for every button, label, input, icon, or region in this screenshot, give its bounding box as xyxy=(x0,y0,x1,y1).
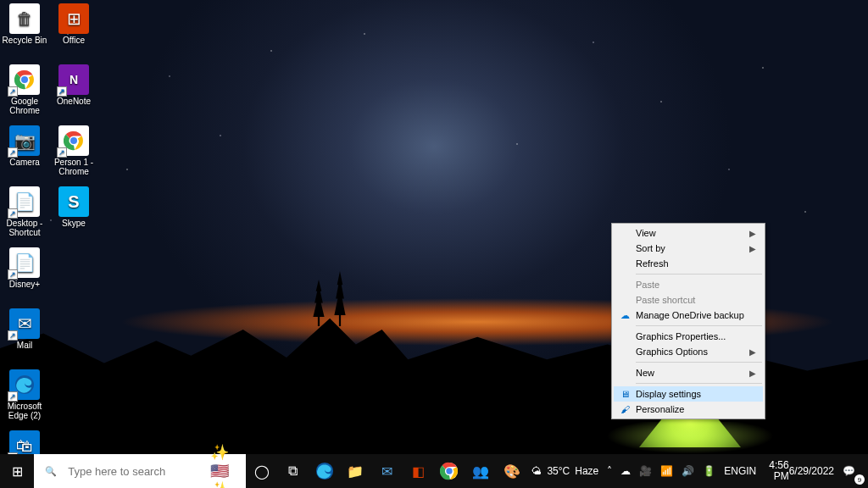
weather-widget[interactable]: 🌤 35°C Haze xyxy=(527,454,603,488)
shortcut-overlay-icon: ↗ xyxy=(8,147,18,158)
lang-secondary: IN xyxy=(746,466,756,477)
teams-icon: 👥 xyxy=(472,463,489,480)
onenote-icon: N↗ xyxy=(58,64,89,95)
desktop-context-menu: View▶ Sort by▶ Refresh Paste Paste short… xyxy=(611,223,765,419)
office-icon: ⊞ xyxy=(58,3,89,34)
tray-overflow[interactable]: ˄ xyxy=(603,454,616,488)
edge-icon: ↗ xyxy=(9,369,40,400)
chrome-icon xyxy=(440,462,459,480)
paint-icon: 🎨 xyxy=(504,463,520,480)
menu-label: Manage OneDrive backup xyxy=(636,310,744,320)
icon-desktop-shortcut[interactable]: 📄↗ Desktop - Shortcut xyxy=(2,185,47,244)
tray-action-center[interactable]: 💬 9 xyxy=(838,454,868,488)
tray-battery[interactable]: 🔋 xyxy=(698,454,720,488)
battery-icon: 🔋 xyxy=(703,465,715,477)
menu-label: Refresh xyxy=(636,258,669,269)
shortcut-overlay-icon: ↗ xyxy=(8,330,18,341)
taskbar-app-explorer[interactable]: 📁 xyxy=(340,454,371,488)
weather-text: Haze xyxy=(575,465,598,477)
taskbar-app-mail[interactable]: ✉ xyxy=(371,454,403,488)
icon-label: Recycle Bin xyxy=(3,36,47,45)
svg-point-7 xyxy=(446,468,452,474)
shortcut-overlay-icon: ↗ xyxy=(57,86,67,97)
icon-skype[interactable]: S Skype xyxy=(51,185,97,244)
submenu-arrow-icon: ▶ xyxy=(749,244,756,253)
mail-icon: ✉ xyxy=(381,463,392,480)
taskbar-search[interactable]: 🔍 ✨🇺🇸✨ xyxy=(34,454,246,488)
menu-sort-by[interactable]: Sort by▶ xyxy=(614,241,763,256)
taskbar-app-paint[interactable]: 🎨 xyxy=(497,454,528,488)
menu-new[interactable]: New▶ xyxy=(614,365,763,380)
icon-disney[interactable]: 📄↗ Disney+ xyxy=(2,246,47,305)
menu-graphics-options[interactable]: Graphics Options▶ xyxy=(614,344,763,359)
windows-logo-icon: ⊞ xyxy=(12,463,23,480)
icon-onenote[interactable]: N↗ OneNote xyxy=(51,63,97,122)
system-tray: 🌤 35°C Haze ˄ ☁ 🎥 📶 🔊 🔋 ENG IN 4:56 PM 6… xyxy=(527,454,868,488)
search-input[interactable] xyxy=(68,465,210,478)
menu-label: New xyxy=(636,368,654,378)
icon-edge-2[interactable]: ↗ Microsoft Edge (2) xyxy=(2,368,47,427)
icon-recycle-bin[interactable]: 🗑 Recycle Bin xyxy=(2,2,47,61)
desktop[interactable]: 🗑 Recycle Bin ⊞ Office ↗ Google Chrome N… xyxy=(0,0,868,488)
meet-now-icon: 🎥 xyxy=(639,465,652,477)
file-icon: 📄↗ xyxy=(9,186,40,217)
file-icon: 📄↗ xyxy=(9,247,40,278)
onedrive-icon: ☁ xyxy=(620,465,631,477)
menu-onedrive-backup[interactable]: ☁Manage OneDrive backup xyxy=(614,308,763,323)
clock-time: 4:56 PM xyxy=(765,460,788,482)
menu-label: View xyxy=(636,228,656,238)
notification-icon: 💬 xyxy=(843,465,855,477)
search-icon: 🔍 xyxy=(34,466,68,477)
personalize-icon: 🖌 xyxy=(618,402,632,416)
taskbar-app-chrome[interactable] xyxy=(434,454,465,488)
menu-paste: Paste xyxy=(614,277,763,292)
menu-label: Personalize xyxy=(636,404,684,414)
volume-icon: 🔊 xyxy=(682,465,694,477)
start-button[interactable]: ⊞ xyxy=(0,454,34,488)
icon-label: Microsoft Edge (2) xyxy=(2,402,47,420)
icon-label: Skype xyxy=(62,219,86,228)
menu-display-settings[interactable]: 🖥Display settings xyxy=(614,386,763,402)
menu-label: Sort by xyxy=(636,243,665,253)
shortcut-overlay-icon: ↗ xyxy=(8,208,18,219)
icon-mail[interactable]: ✉↗ Mail xyxy=(2,307,47,366)
icon-office[interactable]: ⊞ Office xyxy=(51,2,97,61)
shortcut-overlay-icon: ↗ xyxy=(57,147,67,158)
taskbar-app-office[interactable]: ◧ xyxy=(403,454,434,488)
tray-meet-now[interactable]: 🎥 xyxy=(635,454,656,488)
camera-icon: 📷↗ xyxy=(9,125,40,156)
menu-personalize[interactable]: 🖌Personalize xyxy=(614,402,763,417)
tray-volume[interactable]: 🔊 xyxy=(677,454,698,488)
weather-icon: 🌤 xyxy=(531,465,542,477)
office-icon: ◧ xyxy=(412,463,425,480)
svg-point-3 xyxy=(70,137,77,144)
task-view-button[interactable]: ⧉ xyxy=(277,454,309,488)
tray-network[interactable]: 📶 xyxy=(656,454,677,488)
taskbar-app-edge[interactable] xyxy=(309,454,340,488)
icon-camera[interactable]: 📷↗ Camera xyxy=(2,124,47,183)
submenu-arrow-icon: ▶ xyxy=(749,369,756,378)
icon-label: Desktop - Shortcut xyxy=(2,219,47,237)
icon-label: Person 1 - Chrome xyxy=(51,158,97,176)
taskbar-app-teams[interactable]: 👥 xyxy=(465,454,497,488)
icon-label: Disney+ xyxy=(9,280,40,289)
shortcut-overlay-icon: ↗ xyxy=(8,86,18,97)
clock-date: 6/29/2022 xyxy=(789,466,834,477)
menu-separator xyxy=(636,274,762,274)
icon-person1-chrome[interactable]: ↗ Person 1 - Chrome xyxy=(51,124,97,183)
tray-language[interactable]: ENG IN xyxy=(720,454,760,488)
onedrive-icon: ☁ xyxy=(618,308,632,322)
icon-google-chrome[interactable]: ↗ Google Chrome xyxy=(2,63,47,122)
chrome-icon: ↗ xyxy=(9,64,40,95)
menu-graphics-properties[interactable]: Graphics Properties... xyxy=(614,329,763,344)
menu-view[interactable]: View▶ xyxy=(614,225,763,241)
cortana-button[interactable]: ◯ xyxy=(246,454,277,488)
icon-label: Mail xyxy=(17,341,32,350)
tray-onedrive[interactable]: ☁ xyxy=(616,454,635,488)
menu-paste-shortcut: Paste shortcut xyxy=(614,292,763,308)
menu-refresh[interactable]: Refresh xyxy=(614,256,763,271)
cortana-icon: ◯ xyxy=(254,463,270,480)
tray-clock[interactable]: 4:56 PM 6/29/2022 xyxy=(760,454,838,488)
notification-badge: 9 xyxy=(854,474,865,485)
icon-label: OneNote xyxy=(57,97,91,106)
